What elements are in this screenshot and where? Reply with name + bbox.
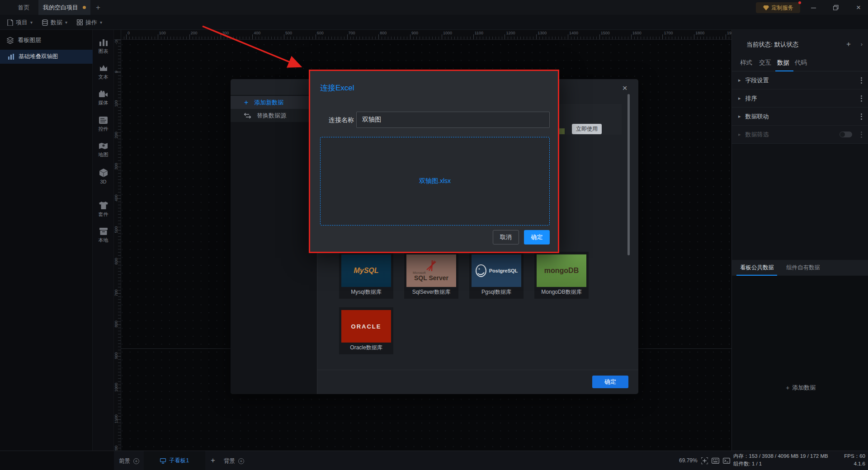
uploaded-file-name: 双轴图.xlsx: [419, 177, 451, 185]
list-panel-icon: [99, 117, 108, 124]
excel-card-hover[interactable]: 立即使用: [559, 104, 622, 135]
add-new-data-item[interactable]: + 添加新数据: [231, 96, 317, 109]
window-titlebar: 首页 我的空白项目 + 定制服务 ×: [0, 0, 868, 15]
data-filter-toggle[interactable]: [840, 132, 852, 137]
tool-kits[interactable]: 套件: [93, 202, 114, 218]
archive-box-icon: [99, 228, 108, 235]
modal-title: 连接Excel: [320, 83, 354, 93]
section-field-settings-label: 字段设置: [745, 76, 769, 85]
tool-text[interactable]: 文本: [93, 64, 114, 80]
menu-data-label: 数据: [51, 19, 62, 27]
menu-data[interactable]: 数据 ▾: [42, 15, 67, 30]
section-menu-icon[interactable]: [859, 130, 864, 140]
circle-plus-icon: +: [133, 458, 139, 464]
section-data-filter[interactable]: ▸ 数据筛选: [732, 126, 868, 144]
layers-panel-header: 看板图层: [0, 33, 93, 47]
oracle-logo: ORACLE: [341, 310, 391, 343]
tab-style[interactable]: 样式: [740, 54, 752, 71]
chevron-down-icon: ▾: [100, 20, 102, 25]
dialog-scrollbar[interactable]: [627, 94, 630, 255]
section-field-settings[interactable]: ▸ 字段设置: [732, 71, 868, 89]
menu-operate-label: 操作: [85, 19, 97, 27]
card-pgsql[interactable]: PostgreSQL Pgsql数据库: [469, 252, 524, 299]
card-mysql-label: Mysql数据库: [339, 288, 393, 296]
current-state-label: 当前状态: 默认状态: [746, 41, 799, 49]
tool-charts[interactable]: 图表: [93, 38, 114, 55]
collapse-arrow-icon: ▸: [738, 77, 741, 83]
add-data-button[interactable]: ＋ 添加数据: [732, 384, 868, 392]
tab-board-public-data[interactable]: 看板公共数据: [740, 260, 774, 276]
bottom-bar-left-mask: [0, 451, 114, 470]
section-sort[interactable]: ▸ 排序: [732, 89, 868, 108]
dialog-close-button[interactable]: ×: [619, 83, 630, 94]
datasource-sidebar: + 添加新数据 替换数据源: [231, 95, 317, 394]
section-data-linkage[interactable]: ▸ 数据联动: [732, 108, 868, 126]
background-label: 背景: [224, 457, 235, 465]
tab-component-own-data[interactable]: 组件自有数据: [786, 260, 820, 276]
tool-controls[interactable]: 控件: [93, 117, 114, 132]
vip-service-button[interactable]: 定制服务: [756, 2, 800, 13]
foreground-label: 前景: [119, 457, 130, 465]
add-state-button[interactable]: +: [846, 40, 851, 49]
connection-name-input[interactable]: [356, 112, 550, 128]
section-data-filter-label: 数据筛选: [745, 131, 769, 139]
v-ruler: -100010020030040050060070080090010001100…: [114, 40, 121, 451]
tab-interaction[interactable]: 交互: [759, 54, 771, 71]
replace-datasource-item[interactable]: 替换数据源: [231, 109, 317, 122]
tool-local-label: 本地: [99, 237, 108, 244]
tool-media[interactable]: 媒体: [93, 90, 114, 106]
file-dropzone[interactable]: 双轴图.xlsx: [320, 137, 550, 226]
new-tab-button[interactable]: +: [93, 3, 103, 13]
restore-button[interactable]: [830, 2, 842, 13]
tool-local[interactable]: 本地: [93, 228, 114, 244]
card-pgsql-label: Pgsql数据库: [469, 288, 524, 296]
card-oracle[interactable]: ORACLE Oracle数据库: [339, 307, 393, 354]
chart-layer-icon: [8, 54, 14, 60]
fit-screen-button[interactable]: [700, 456, 709, 465]
tool-3d[interactable]: 3D: [93, 169, 114, 184]
tab-home[interactable]: 首页: [9, 0, 38, 15]
modal-cancel-button[interactable]: 取消: [493, 230, 519, 244]
collapse-arrow-icon: ▸: [738, 132, 741, 137]
card-sqlserver[interactable]: Microsoft SQL Server SqlSever数据库: [404, 252, 458, 299]
card-mongodb[interactable]: mongoDB MongoDB数据库: [534, 252, 589, 299]
menu-operate[interactable]: 操作 ▾: [77, 15, 102, 30]
dialog-confirm-button[interactable]: 确定: [592, 376, 628, 388]
minimize-button[interactable]: [807, 2, 819, 13]
h-ruler: 0100200300400500600700800900100011001200…: [114, 30, 731, 40]
background-button[interactable]: 背景 +: [224, 457, 244, 465]
connect-excel-modal: 连接Excel 连接名称 双轴图.xlsx 取消 确定: [309, 70, 559, 253]
expand-states-button[interactable]: ›: [861, 41, 863, 47]
version-label: 4.1.6: [854, 460, 865, 468]
ruler-corner: [114, 30, 121, 40]
layer-item-selected[interactable]: 基础堆叠双轴图: [0, 50, 93, 64]
add-board-button[interactable]: +: [211, 456, 215, 465]
use-now-button[interactable]: 立即使用: [572, 124, 602, 134]
zoom-level[interactable]: 69.79%: [679, 457, 698, 464]
tab-data[interactable]: 数据: [777, 54, 789, 71]
tool-map-label: 地图: [99, 151, 108, 158]
section-menu-icon[interactable]: [859, 75, 864, 85]
card-mysql[interactable]: MySQL Mysql数据库: [339, 252, 393, 299]
tool-map[interactable]: 地图: [93, 142, 114, 158]
sub-board-tab-label: 子看板1: [169, 457, 189, 465]
tab-project[interactable]: 我的空白项目: [38, 0, 90, 15]
menu-project[interactable]: 项目 ▾: [7, 15, 33, 30]
foreground-button[interactable]: 前景 +: [119, 457, 139, 465]
card-sqlserver-label: SqlSever数据库: [404, 288, 458, 296]
console-button[interactable]: [722, 456, 731, 465]
collapse-arrow-icon: ▸: [738, 95, 741, 101]
modal-confirm-button[interactable]: 确定: [524, 230, 550, 244]
section-menu-icon[interactable]: [859, 112, 864, 122]
tab-code[interactable]: 代码: [795, 54, 807, 71]
close-window-button[interactable]: ×: [853, 2, 864, 13]
sub-board-tab[interactable]: 子看板1: [144, 451, 205, 470]
mysql-logo: MySQL: [341, 254, 391, 287]
shortcut-keys-button[interactable]: [711, 456, 720, 465]
postgresql-elephant-icon: [475, 264, 487, 277]
right-panel-tabs: 样式 交互 数据 代码: [732, 54, 868, 71]
memory-stat: 内存：153 / 3938 / 4096 MB 19 / 172 MB: [733, 452, 828, 460]
layers-panel: 看板图层 基础堆叠双轴图: [0, 30, 93, 451]
layer-item-label: 基础堆叠双轴图: [19, 53, 58, 61]
section-menu-icon[interactable]: [859, 94, 864, 103]
